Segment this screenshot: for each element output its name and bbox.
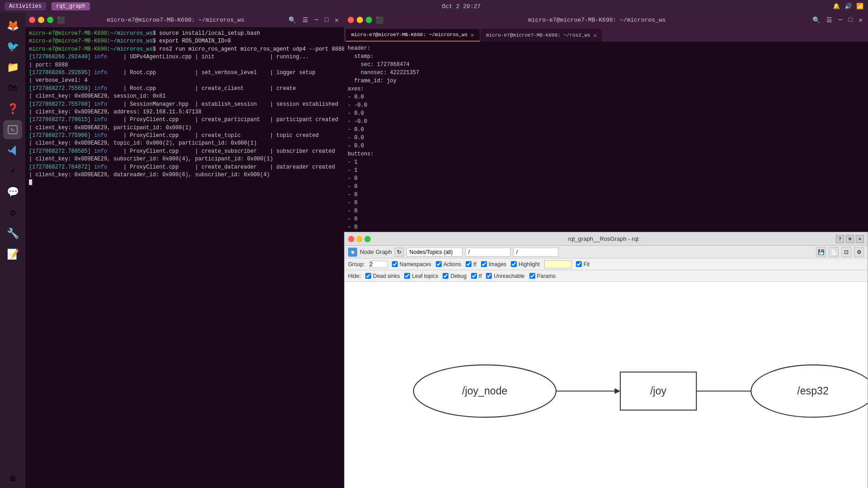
sidebar-icon-slack[interactable]: 💬 bbox=[3, 183, 22, 202]
group-label: Group: bbox=[348, 261, 365, 267]
dead-sinks-checkbox[interactable] bbox=[365, 273, 371, 279]
images-check-group: Images bbox=[481, 261, 506, 267]
tab-bar: micro-e7@microe7-MB-K690: ~/microros_ws … bbox=[344, 27, 868, 42]
maximize-button-left[interactable] bbox=[47, 17, 53, 23]
rqt-window-controls bbox=[348, 236, 371, 242]
minimize-win-left[interactable]: ─ bbox=[313, 15, 320, 25]
tab-close-microros[interactable]: ✕ bbox=[470, 31, 474, 39]
actions-check-group: Actions bbox=[436, 261, 461, 267]
taskbar-app-activities[interactable]: Activities bbox=[5, 2, 46, 10]
group-value-input[interactable] bbox=[369, 261, 387, 268]
rqt-minimize-btn[interactable] bbox=[356, 236, 363, 242]
hide-bar: Hide: Dead sinks Leaf topics Debug tf Un… bbox=[344, 270, 868, 282]
sidebar-icon-notes[interactable]: 📝 bbox=[3, 245, 22, 264]
arrowhead-1 bbox=[614, 388, 620, 394]
close-win-left[interactable]: ✕ bbox=[333, 15, 340, 25]
terminal-left: ⬛ micro-e7@microe7-MB-K690: ~/microros_w… bbox=[25, 13, 344, 488]
nodes-topics-dropdown[interactable]: Nodes/Topics (all) Nodes only Topics onl… bbox=[406, 248, 462, 257]
fit-checkbox[interactable] bbox=[576, 261, 582, 267]
leaf-topics-check-group: Leaf topics bbox=[404, 273, 438, 279]
rqt-close-btn[interactable] bbox=[348, 236, 354, 242]
graph-canvas[interactable]: /joy_node /joy /esp32 bbox=[344, 282, 868, 488]
node-graph-title: Node Graph bbox=[360, 249, 392, 255]
rqt-maximize-btn[interactable] bbox=[364, 236, 371, 242]
taskbar-right: 🔔 🔊 📶 bbox=[833, 3, 863, 10]
terminal-right-titlebar: ⬛ micro-e7@microe7-MB-K690: ~/microros_w… bbox=[344, 13, 868, 27]
maximize-win-left[interactable]: □ bbox=[323, 15, 330, 25]
images-label: Images bbox=[489, 261, 506, 267]
export-svg-btn[interactable]: 📄 bbox=[829, 247, 839, 257]
tab-label-microros: micro-e7@microe7-MB-K690: ~/microros_ws bbox=[351, 32, 467, 38]
tf2-check-group: tf bbox=[471, 273, 482, 279]
minimize-win-right[interactable]: ─ bbox=[837, 15, 844, 25]
taskbar-datetime: Oct 2 20:27 bbox=[442, 3, 481, 10]
menu-button-left[interactable]: ☰ bbox=[301, 15, 310, 25]
options-btn[interactable]: ⚙ bbox=[854, 247, 864, 257]
minimize-button-left[interactable] bbox=[38, 17, 44, 23]
sidebar-icon-firefox[interactable]: 🦊 bbox=[3, 16, 22, 35]
volume-icon[interactable]: 🔊 bbox=[844, 3, 852, 10]
filter-input-2[interactable] bbox=[513, 248, 558, 257]
close-button-left[interactable] bbox=[29, 17, 35, 23]
sidebar-icon-apps[interactable]: ⊞ bbox=[3, 469, 22, 488]
sidebar-icon-vscode[interactable] bbox=[3, 141, 22, 160]
menu-button-right[interactable]: ☰ bbox=[825, 15, 834, 25]
images-checkbox[interactable] bbox=[481, 261, 487, 267]
highlight-checkbox[interactable] bbox=[511, 261, 517, 267]
search-button-left[interactable]: 🔍 bbox=[287, 15, 298, 25]
close-button-right[interactable] bbox=[348, 17, 354, 23]
search-button-right[interactable]: 🔍 bbox=[811, 15, 822, 25]
actions-checkbox[interactable] bbox=[436, 261, 442, 267]
sidebar: 🦊 🐦 📁 🛍 ❓ ⚡ 💬 ⚙ 🔧 📝 ⊞ bbox=[0, 13, 25, 488]
notification-icon[interactable]: 🔔 bbox=[833, 3, 840, 10]
close-win-right[interactable]: ✕ bbox=[857, 15, 864, 25]
network-icon[interactable]: 📶 bbox=[856, 3, 863, 10]
unreachable-checkbox[interactable] bbox=[486, 273, 492, 279]
sidebar-icon-thunderbird[interactable]: 🐦 bbox=[3, 37, 22, 56]
taskbar: Activities rqt_graph Oct 2 20:27 🔔 🔊 📶 bbox=[0, 0, 868, 13]
maximize-win-right[interactable]: □ bbox=[847, 15, 854, 25]
graph-svg: /joy_node /joy /esp32 bbox=[344, 282, 868, 488]
refresh-button[interactable]: ↻ bbox=[395, 248, 404, 257]
rqt-gear-btn[interactable]: ⚙ bbox=[846, 235, 854, 243]
maximize-button-right[interactable] bbox=[366, 17, 372, 23]
namespaces-checkbox[interactable] bbox=[392, 261, 398, 267]
node-graph-icon[interactable]: ◉ bbox=[348, 248, 357, 257]
tf-label: tf bbox=[473, 261, 476, 267]
debug-check-group: Debug bbox=[443, 273, 466, 279]
highlight-input[interactable] bbox=[544, 260, 571, 268]
sidebar-icon-help[interactable]: ❓ bbox=[3, 99, 22, 118]
rqt-help-btn[interactable]: ? bbox=[836, 235, 844, 243]
terminal-icon-left: ⬛ bbox=[57, 16, 65, 24]
rqt-close-x-btn[interactable]: ✕ bbox=[856, 235, 864, 243]
leaf-topics-checkbox[interactable] bbox=[404, 273, 410, 279]
sidebar-icon-settings[interactable]: ⚙ bbox=[3, 203, 22, 222]
filter-input-1[interactable] bbox=[465, 248, 510, 257]
taskbar-left: Activities rqt_graph bbox=[5, 2, 90, 10]
namespaces-check-group: Namespaces bbox=[392, 261, 431, 267]
rqt-titlebar: rqt_graph__RosGraph - rqt ? ⚙ ✕ bbox=[344, 232, 868, 246]
sidebar-icon-ubuntu-software[interactable]: 🛍 bbox=[3, 79, 22, 98]
taskbar-app-rqt[interactable]: rqt_graph bbox=[52, 2, 90, 10]
main-area: ⬛ micro-e7@microe7-MB-K690: ~/microros_w… bbox=[25, 13, 868, 488]
tf-checkbox[interactable] bbox=[466, 261, 472, 267]
fit-view-btn[interactable]: ⊡ bbox=[841, 247, 851, 257]
tab-close-ros2[interactable]: ✕ bbox=[593, 32, 597, 39]
params-checkbox[interactable] bbox=[529, 273, 535, 279]
tf2-checkbox[interactable] bbox=[471, 273, 477, 279]
tab-ros2[interactable]: micro-e7@microe7-MB-K690: ~/ros2_ws ✕ bbox=[481, 29, 602, 42]
sidebar-icon-files[interactable]: 📁 bbox=[3, 58, 22, 77]
sidebar-icon-terminal[interactable] bbox=[3, 120, 22, 139]
tab-microros[interactable]: micro-e7@microe7-MB-K690: ~/microros_ws … bbox=[346, 29, 480, 42]
sidebar-icon-wrench[interactable]: 🔧 bbox=[3, 224, 22, 243]
filter-bar: Group: Namespaces Actions tf Images High… bbox=[344, 258, 868, 270]
terminal-right: ⬛ micro-e7@microe7-MB-K690: ~/microros_w… bbox=[344, 13, 868, 239]
terminal-left-content[interactable]: micro-e7@microe7-MB-K690:~/microros_ws$ … bbox=[25, 27, 344, 488]
terminal-icon-right: ⬛ bbox=[376, 16, 383, 24]
minimize-button-right[interactable] bbox=[357, 17, 363, 23]
save-image-btn[interactable]: 💾 bbox=[816, 247, 826, 257]
debug-checkbox[interactable] bbox=[443, 273, 448, 279]
sidebar-icon-arduino[interactable]: ⚡ bbox=[3, 162, 22, 181]
window-controls-left bbox=[29, 17, 53, 23]
terminal-right-content[interactable]: header: stamp: sec: 1727868474 nanosec: … bbox=[344, 42, 868, 239]
